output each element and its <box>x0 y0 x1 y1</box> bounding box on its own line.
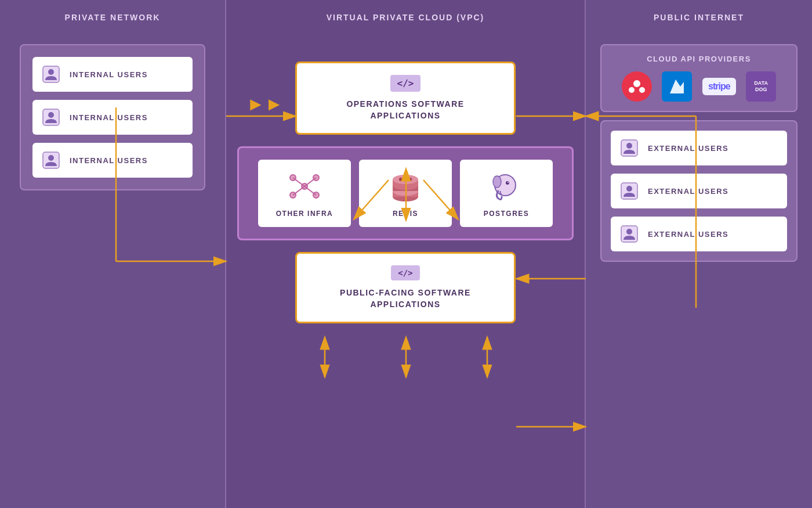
svg-point-24 <box>408 178 412 181</box>
stripe-text: stripe <box>708 81 730 92</box>
postgres-icon <box>489 169 524 204</box>
ops-code-tag: </> <box>390 75 421 92</box>
svg-point-5 <box>48 155 54 161</box>
svg-point-1 <box>48 69 54 75</box>
svg-point-31 <box>639 87 645 93</box>
svg-point-27 <box>506 181 509 185</box>
vpc-header: VIRTUAL PRIVATE CLOUD (VPC) <box>226 0 585 33</box>
public-internet-column: PUBLIC INTERNET CLOUD API PROVIDERS <box>586 0 812 508</box>
public-facing-label: PUBLIC-FACING SOFTWAREAPPLICATIONS <box>314 287 496 310</box>
internal-users-box: INTERNAL USERS INTERNAL USERS INTERNAL U… <box>20 44 205 190</box>
external-user-label-2: EXTERNAL USERS <box>648 187 728 196</box>
operations-box: </> OPERATIONS SOFTWAREAPPLICATIONS <box>295 62 516 135</box>
internal-user-1: INTERNAL USERS <box>32 57 193 92</box>
external-user-icon-3 <box>620 225 639 243</box>
redis-item: REDIS <box>359 160 452 227</box>
private-network-header: PRIVATE NETWORK <box>0 0 225 33</box>
other-infra-label: OTHER INFRA <box>276 210 334 218</box>
vpc-column: VIRTUAL PRIVATE CLOUD (VPC) </> OPERATIO… <box>226 0 586 508</box>
vpc-content: </> OPERATIONS SOFTWAREAPPLICATIONS <box>226 33 585 335</box>
datadog-text: DATADOG <box>754 80 768 93</box>
postgres-label: POSTGRES <box>484 210 530 218</box>
user-icon-1 <box>42 65 60 84</box>
external-user-label-1: EXTERNAL USERS <box>648 144 728 153</box>
other-infra-item: OTHER INFRA <box>258 160 351 227</box>
svg-point-3 <box>48 112 54 118</box>
infra-cluster: OTHER INFRA <box>237 146 574 240</box>
cloud-api-box: CLOUD API PROVIDERS <box>600 44 798 112</box>
svg-marker-32 <box>670 80 684 93</box>
diagram-container: PRIVATE NETWORK INTERNAL USERS INTERNAL … <box>0 0 812 508</box>
user-icon-3 <box>42 151 60 170</box>
logo-stripe: stripe <box>702 78 736 95</box>
public-code-tag: </> <box>391 265 419 280</box>
logo-azure <box>662 71 692 102</box>
ops-label: OPERATIONS SOFTWAREAPPLICATIONS <box>314 99 496 121</box>
azure-icon <box>668 77 686 96</box>
svg-point-29 <box>633 80 640 87</box>
svg-line-12 <box>304 178 316 186</box>
svg-point-26 <box>493 176 501 188</box>
svg-point-23 <box>404 176 407 180</box>
cloud-logos: stripe DATADOG <box>611 71 787 102</box>
external-users-box: EXTERNAL USERS EXTERNAL USERS EXTERNAL U… <box>600 120 798 262</box>
svg-line-11 <box>293 178 304 186</box>
svg-point-38 <box>626 229 632 235</box>
internal-user-label-1: INTERNAL USERS <box>70 70 148 79</box>
redis-icon <box>388 169 423 204</box>
internal-user-label-2: INTERNAL USERS <box>70 113 148 122</box>
svg-point-30 <box>629 87 635 93</box>
svg-point-36 <box>626 186 632 192</box>
external-user-2: EXTERNAL USERS <box>611 174 787 208</box>
network-icon <box>287 169 322 204</box>
external-user-icon-1 <box>620 139 639 157</box>
svg-point-28 <box>507 182 509 183</box>
external-user-3: EXTERNAL USERS <box>611 217 787 251</box>
logo-datadog: DATADOG <box>746 71 776 102</box>
private-network-column: PRIVATE NETWORK INTERNAL USERS INTERNAL … <box>0 0 226 508</box>
logo-asana <box>622 71 652 102</box>
public-facing-box: </> PUBLIC-FACING SOFTWAREAPPLICATIONS <box>295 252 516 323</box>
internal-user-3: INTERNAL USERS <box>32 143 193 178</box>
postgres-item: POSTGRES <box>460 160 553 227</box>
svg-point-34 <box>626 143 632 149</box>
external-user-icon-2 <box>620 182 639 200</box>
internal-user-2: INTERNAL USERS <box>32 100 193 135</box>
internal-user-label-3: INTERNAL USERS <box>70 156 148 165</box>
public-internet-header: PUBLIC INTERNET <box>586 0 812 33</box>
external-user-1: EXTERNAL USERS <box>611 131 787 165</box>
svg-line-13 <box>293 186 304 195</box>
redis-label: REDIS <box>393 210 418 218</box>
cloud-api-title: CLOUD API PROVIDERS <box>611 55 787 63</box>
asana-icon <box>628 78 646 95</box>
external-user-label-3: EXTERNAL USERS <box>648 230 728 239</box>
svg-line-14 <box>304 186 316 195</box>
svg-point-22 <box>399 178 403 181</box>
user-icon-2 <box>42 108 60 127</box>
